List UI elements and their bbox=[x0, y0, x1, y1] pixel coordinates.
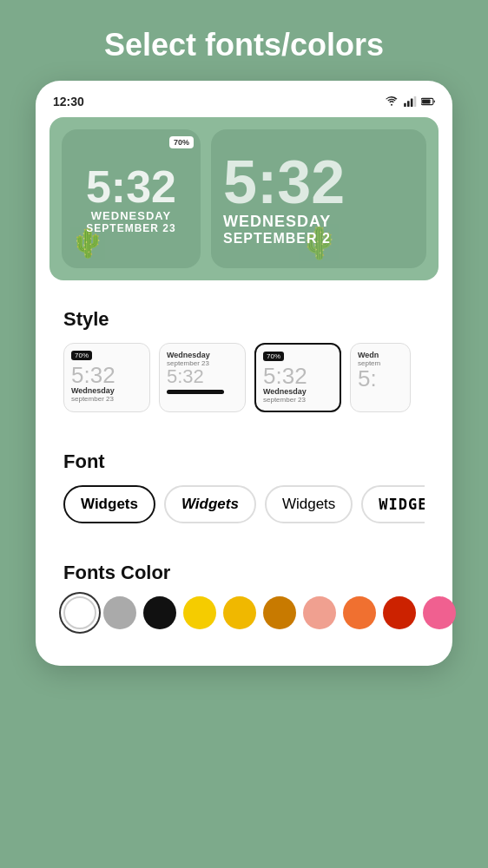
color-swatch-yellow[interactable] bbox=[183, 596, 216, 629]
signal-icon bbox=[403, 96, 417, 107]
color-swatch-dark-red[interactable] bbox=[383, 596, 416, 629]
svg-rect-3 bbox=[414, 96, 417, 107]
phone-mockup: 12:30 70% 5:32 WE bbox=[36, 81, 452, 666]
font-panel-title: Font bbox=[63, 450, 425, 473]
widget-small: 70% 5:32 WEDNESDAY SEPTEMBER 23 🌵 bbox=[62, 129, 201, 268]
svg-rect-2 bbox=[411, 99, 413, 107]
style2-day: Wednesday bbox=[167, 351, 210, 359]
font-btn-4[interactable]: WIDGET bbox=[361, 485, 425, 523]
style3-time: 5:32 bbox=[263, 365, 307, 387]
svg-rect-0 bbox=[404, 103, 406, 107]
style4-time: 5: bbox=[358, 367, 377, 390]
style3-date: september 23 bbox=[263, 396, 306, 404]
style-card-1[interactable]: 70% 5:32 Wednesday september 23 bbox=[63, 343, 150, 412]
style-panel: Style 70% 5:32 Wednesday september 23 We… bbox=[49, 293, 439, 428]
status-bar: 12:30 bbox=[49, 95, 439, 117]
color-swatches bbox=[63, 596, 425, 629]
style-card-3[interactable]: 70% 5:32 Wednesday september 23 bbox=[254, 343, 341, 412]
color-panel: Fonts Color bbox=[49, 546, 439, 645]
widget-preview-area: 70% 5:32 WEDNESDAY SEPTEMBER 23 🌵 5:32 W… bbox=[49, 117, 439, 280]
widget-small-time: 5:32 bbox=[86, 164, 176, 209]
page-title: Select fonts/colors bbox=[87, 26, 401, 63]
battery-icon bbox=[421, 96, 435, 107]
bottom-panels: Style 70% 5:32 Wednesday september 23 We… bbox=[49, 293, 439, 652]
color-swatch-dark-amber[interactable] bbox=[263, 596, 296, 629]
style-card-2[interactable]: Wednesday september 23 5:32 bbox=[159, 343, 246, 412]
widget-small-day: WEDNESDAY bbox=[91, 209, 171, 222]
style-card-4[interactable]: Wedn septem 5: bbox=[350, 343, 411, 412]
widget-small-battery: 70% bbox=[169, 136, 194, 148]
color-panel-title: Fonts Color bbox=[63, 562, 425, 584]
widget-large-day: WEDNESDAY bbox=[223, 213, 331, 231]
widget-small-date: SEPTEMBER 23 bbox=[86, 222, 175, 234]
font-panel: Font Widgets Widgets Widgets WIDGET bbox=[49, 435, 439, 539]
style1-battery: 70% bbox=[71, 351, 92, 360]
svg-rect-1 bbox=[407, 101, 410, 107]
style3-day: Wednesday bbox=[263, 387, 307, 396]
widget-large-date: SEPTEMBER 2 bbox=[223, 231, 331, 247]
style-panel-title: Style bbox=[63, 308, 425, 331]
status-time: 12:30 bbox=[53, 95, 84, 108]
style2-progress bbox=[167, 390, 224, 394]
style1-day: Wednesday bbox=[71, 386, 115, 395]
color-swatch-gray[interactable] bbox=[103, 596, 136, 629]
widget-large-time: 5:32 bbox=[223, 152, 345, 213]
color-swatch-orange[interactable] bbox=[343, 596, 376, 629]
color-swatch-pink[interactable] bbox=[423, 596, 456, 629]
color-swatch-amber[interactable] bbox=[223, 596, 256, 629]
style4-day: Wedn bbox=[358, 351, 379, 359]
status-icons bbox=[385, 96, 435, 107]
color-swatch-black[interactable] bbox=[143, 596, 176, 629]
svg-rect-5 bbox=[422, 100, 430, 104]
wifi-icon bbox=[385, 96, 399, 107]
font-btn-3[interactable]: Widgets bbox=[265, 485, 353, 523]
font-btn-2[interactable]: Widgets bbox=[164, 485, 256, 523]
color-swatch-white[interactable] bbox=[63, 596, 96, 629]
style-options: 70% 5:32 Wednesday september 23 Wednesda… bbox=[63, 343, 425, 412]
style3-battery: 70% bbox=[263, 352, 284, 361]
font-options: Widgets Widgets Widgets WIDGET bbox=[63, 485, 425, 523]
style1-time: 5:32 bbox=[71, 364, 115, 386]
color-swatch-peach[interactable] bbox=[303, 596, 336, 629]
widget-large: 5:32 WEDNESDAY SEPTEMBER 2 🌵 bbox=[211, 129, 426, 268]
style2-time: 5:32 bbox=[167, 367, 204, 386]
font-btn-1[interactable]: Widgets bbox=[63, 485, 155, 523]
style1-date: september 23 bbox=[71, 395, 114, 403]
